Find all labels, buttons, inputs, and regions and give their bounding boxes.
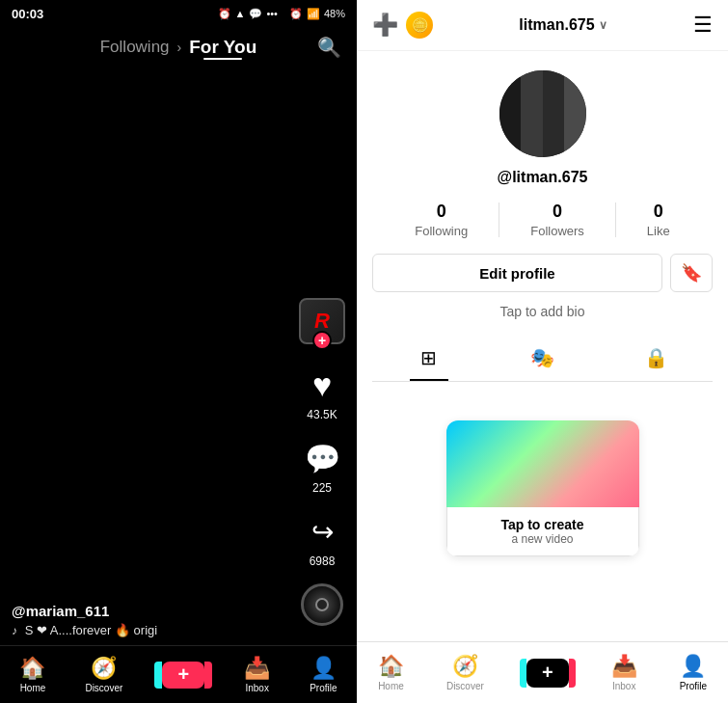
- bottom-nav-right: 🏠 Home 🧭 Discover + 📥 Inbox 👤 Profile: [357, 641, 728, 703]
- profile-icon: 👤: [310, 656, 337, 681]
- comment-icon: 💬: [305, 442, 340, 475]
- warning-icon: ▲: [235, 8, 246, 19]
- stat-likes[interactable]: 0 Like: [647, 202, 670, 238]
- hamburger-menu-icon[interactable]: ☰: [693, 13, 713, 38]
- more-icon: •••: [266, 8, 278, 19]
- status-bar: 00:03 ⏰ ▲ 💬 ••• ⏰ 📶 48%: [0, 0, 357, 27]
- stat-divider-2: [615, 203, 616, 237]
- message-icon: 💬: [249, 8, 262, 20]
- bottom-nav-left: 🏠 Home 🧭 Discover + 📥 Inbox 👤 Profile: [0, 645, 357, 703]
- profile-body: @litman.675 0 Following 0 Followers 0 Li…: [357, 51, 728, 382]
- video-username[interactable]: @mariam_611: [12, 603, 299, 619]
- creator-avatar[interactable]: R +: [299, 298, 345, 344]
- right-discover-label: Discover: [446, 681, 484, 691]
- top-nav: Following › For You 🔍: [0, 27, 357, 68]
- share-icon-container: ↪: [301, 510, 343, 553]
- home-label: Home: [20, 683, 46, 693]
- inbox-label: Inbox: [245, 683, 268, 693]
- video-grid: Tap to create a new video: [357, 382, 728, 594]
- right-inbox-label: Inbox: [612, 681, 635, 691]
- profile-header: ➕ 🪙 litman.675 ∨ ☰: [357, 0, 728, 51]
- right-profile-label: Profile: [680, 681, 707, 691]
- bio-text[interactable]: Tap to add bio: [500, 304, 585, 319]
- add-friend-icon[interactable]: ➕: [372, 13, 398, 38]
- lock-icon: 🔒: [644, 346, 668, 369]
- battery-icon: 48%: [324, 8, 345, 19]
- share-icon: ↪: [311, 516, 334, 548]
- right-create-button[interactable]: +: [526, 659, 569, 688]
- stat-followers[interactable]: 0 Followers: [530, 202, 584, 238]
- right-home-icon: 🏠: [378, 654, 404, 679]
- profile-tabs: ⊞ 🎭 🔒: [372, 335, 713, 382]
- stats-row: 0 Following 0 Followers 0 Like: [372, 202, 713, 238]
- comment-icon-container: 💬: [301, 437, 343, 479]
- nav-following[interactable]: Following: [100, 38, 170, 57]
- liked-tab-icon: 🎭: [530, 346, 554, 369]
- heart-icon-container: ♥: [301, 364, 343, 406]
- right-plus-icon: +: [542, 662, 553, 684]
- comment-action[interactable]: 💬 225: [301, 437, 343, 495]
- nav-home[interactable]: 🏠 Home: [19, 656, 45, 693]
- right-panel: ➕ 🪙 litman.675 ∨ ☰ @litman.675 0 Followi…: [357, 0, 728, 703]
- alarm2-icon: ⏰: [289, 8, 303, 20]
- search-icon[interactable]: 🔍: [317, 36, 341, 59]
- nav-inbox[interactable]: 📥 Inbox: [244, 656, 270, 693]
- music-disc[interactable]: [301, 583, 343, 626]
- right-home-label: Home: [378, 681, 404, 691]
- nav-create[interactable]: +: [162, 662, 204, 689]
- profile-avatar: [499, 70, 586, 157]
- bookmark-button[interactable]: 🔖: [670, 254, 713, 292]
- create-video-info: Tap to create a new video: [446, 507, 639, 556]
- username-header-display[interactable]: litman.675 ∨: [519, 16, 607, 34]
- create-video-thumbnail: [446, 420, 639, 507]
- create-video-card[interactable]: Tap to create a new video: [446, 420, 639, 556]
- right-nav-home[interactable]: 🏠 Home: [378, 654, 404, 691]
- follow-plus-button[interactable]: +: [312, 331, 332, 350]
- like-count: 43.5K: [307, 408, 337, 421]
- avatar-strip-1: [499, 70, 522, 157]
- nav-foryou-underline: [203, 58, 242, 60]
- caption-text: S ❤ A....forever 🔥 origi: [25, 623, 158, 637]
- nav-separator: ›: [177, 40, 182, 55]
- share-action[interactable]: ↪ 6988: [301, 510, 343, 568]
- create-button[interactable]: +: [162, 662, 204, 689]
- status-time: 00:03: [12, 7, 43, 21]
- wifi-icon: 📶: [307, 8, 320, 20]
- profile-username-display: @litman.675: [498, 169, 588, 186]
- nav-profile[interactable]: 👤 Profile: [310, 656, 337, 693]
- nav-foryou[interactable]: For You: [189, 37, 256, 57]
- right-actions: R + ♥ 43.5K 💬 225 ↪ 6988: [299, 298, 345, 626]
- like-count-profile: 0: [654, 202, 663, 222]
- right-discover-icon: 🧭: [452, 654, 478, 679]
- edit-profile-button[interactable]: Edit profile: [372, 254, 662, 292]
- discover-label: Discover: [85, 683, 122, 693]
- left-panel: 00:03 ⏰ ▲ 💬 ••• ⏰ 📶 48% Following › For …: [0, 0, 357, 703]
- profile-label: Profile: [310, 683, 337, 693]
- stat-following[interactable]: 0 Following: [415, 202, 468, 238]
- create-video-title: Tap to create: [457, 517, 629, 532]
- tab-liked[interactable]: 🎭: [486, 335, 600, 381]
- home-icon: 🏠: [19, 656, 45, 681]
- right-nav-discover[interactable]: 🧭 Discover: [446, 654, 484, 691]
- tab-private[interactable]: 🔒: [599, 335, 713, 381]
- right-nav-create[interactable]: +: [526, 659, 569, 688]
- coin-icon[interactable]: 🪙: [406, 12, 433, 39]
- like-action[interactable]: ♥ 43.5K: [301, 364, 343, 421]
- comment-count: 225: [312, 481, 332, 495]
- avatar-strip-3: [543, 70, 565, 157]
- video-caption: ♪ S ❤ A....forever 🔥 origi: [12, 623, 299, 637]
- right-profile-icon: 👤: [680, 654, 706, 679]
- bookmark-icon: 🔖: [681, 262, 702, 284]
- profile-avatar-inner: [499, 70, 586, 157]
- following-label: Following: [415, 224, 468, 238]
- avatar-strip-4: [564, 70, 586, 157]
- right-nav-profile[interactable]: 👤 Profile: [680, 654, 707, 691]
- followers-label: Followers: [530, 224, 584, 238]
- action-buttons: Edit profile 🔖: [372, 254, 713, 292]
- nav-discover[interactable]: 🧭 Discover: [85, 656, 122, 693]
- right-nav-inbox[interactable]: 📥 Inbox: [611, 654, 637, 691]
- heart-icon: ♥: [312, 366, 332, 404]
- video-info: @mariam_611 ♪ S ❤ A....forever 🔥 origi: [12, 603, 299, 637]
- tab-videos[interactable]: ⊞: [372, 335, 486, 381]
- share-count: 6988: [310, 554, 336, 568]
